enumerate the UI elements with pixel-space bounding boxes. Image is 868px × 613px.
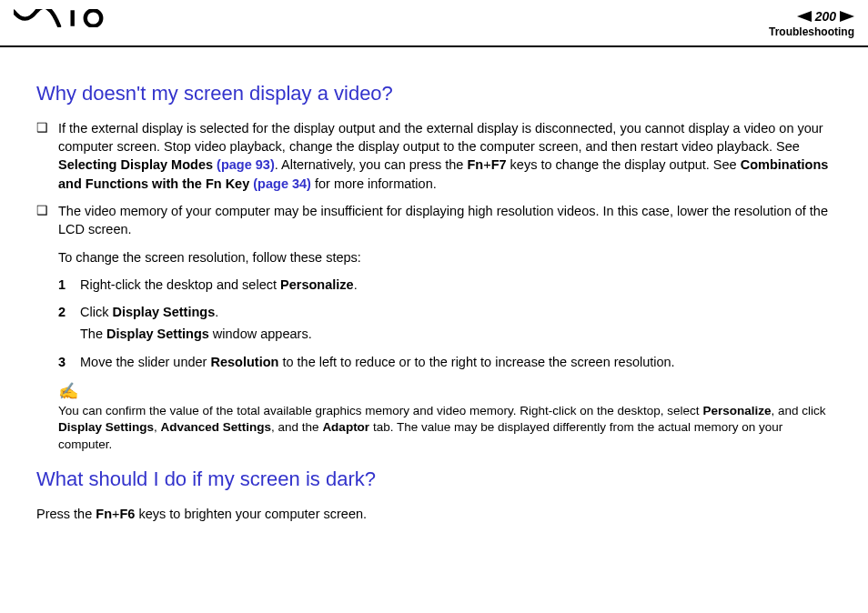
text: , and the [271,420,322,434]
page-nav: 200 [769,9,854,24]
bold-text: Adaptor [322,420,369,434]
step-number: 3 [58,353,80,371]
step-number: 2 [58,303,80,344]
key-fn: Fn [96,507,112,521]
text: for more information. [311,176,437,191]
text: keys to change the display output. See [507,157,741,172]
question-2-title: What should I do if my screen is dark? [36,466,832,494]
step-text: Move the slider under Resolution to the … [80,353,832,371]
steps-list: 1 Right-click the desktop and select Per… [58,276,832,371]
bold-text: Display Settings [106,327,209,341]
text: . [215,305,218,319]
note-block: ✍ You can confirm the value of the total… [58,380,832,453]
vaio-logo [14,9,116,27]
header-right: 200 Troubleshooting [769,9,854,38]
bold-text: Advanced Settings [161,420,272,434]
text: Move the slider under [80,355,210,369]
page-link[interactable]: (page 34) [253,176,311,191]
step-item: 3 Move the slider under Resolution to th… [58,353,832,371]
bullet-square-icon: ❑ [36,202,58,239]
step-number: 1 [58,276,80,294]
page-content: Why doesn't my screen display a video? ❑… [0,47,868,523]
note-pencil-icon: ✍ [58,380,832,403]
text: . Alternatively, you can press the [275,157,468,172]
step-text: Click Display Settings. The Display Sett… [80,303,832,344]
question-1-title: Why doesn't my screen display a video? [36,80,832,108]
page-number: 200 [813,9,838,24]
svg-rect-0 [71,10,75,26]
text: Right-click the desktop and select [80,277,280,292]
text: keys to brighten your computer screen. [135,507,367,521]
key-f6: F6 [119,507,135,521]
bullet-text: The video memory of your computer may be… [58,202,832,239]
bullet-list-1: ❑ If the external display is selected fo… [36,119,832,239]
vaio-logo-svg [14,9,116,27]
key-f7: F7 [491,157,507,172]
text: , [154,420,161,434]
section-name: Troubleshooting [769,25,854,38]
bold-text: Resolution [210,355,278,369]
bullet-square-icon: ❑ [36,119,58,193]
prev-page-arrow-icon[interactable] [797,11,812,22]
text: , and click [771,404,825,417]
text: window appears. [209,327,312,341]
bold-text: Personalize [280,277,354,292]
bullet-item: ❑ The video memory of your computer may … [36,202,832,239]
text: to the left to reduce or to the right to… [278,355,674,369]
page-header: 200 Troubleshooting [0,0,868,47]
text: You can confirm the value of the total a… [58,404,702,417]
key-fn: Fn [467,157,483,172]
bold-text: Selecting Display Modes [58,157,217,172]
answer-2: Press the Fn+F6 keys to brighten your co… [36,505,832,523]
text: . [354,277,358,292]
note-body: You can confirm the value of the total a… [58,403,832,453]
bold-text: Personalize [702,404,771,417]
text: If the external display is selected for … [58,121,823,154]
text: The [80,327,106,341]
next-page-arrow-icon[interactable] [840,11,854,22]
bold-text: Display Settings [58,420,154,434]
step-item: 2 Click Display Settings. The Display Se… [58,303,832,344]
step-text: Right-click the desktop and select Perso… [80,276,832,294]
svg-point-1 [86,10,102,26]
bold-text: Display Settings [112,305,215,319]
text: Press the [36,507,96,521]
page-link[interactable]: (page 93) [217,157,275,172]
bullet-item: ❑ If the external display is selected fo… [36,119,832,193]
step-item: 1 Right-click the desktop and select Per… [58,276,832,294]
text: + [483,157,490,172]
steps-intro: To change the screen resolution, follow … [58,248,832,266]
bullet-text: If the external display is selected for … [58,119,832,193]
text: Click [80,305,112,319]
